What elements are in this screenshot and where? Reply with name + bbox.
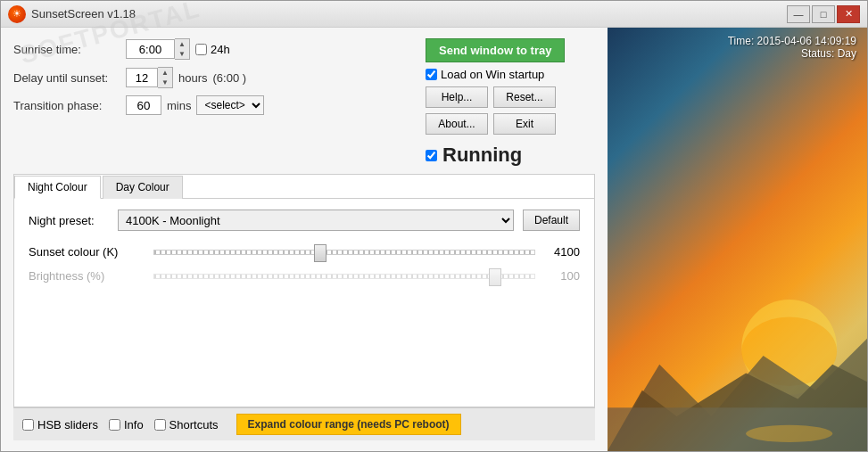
main-window: ☀ SunsetScreen v1.18 — □ ✕ SOFTPORTAL Su… (0, 0, 868, 452)
minimize-button[interactable]: — (787, 5, 810, 23)
transition-value[interactable]: 60 (126, 95, 161, 115)
sunrise-value[interactable]: 6:00 (126, 39, 175, 59)
exit-button[interactable]: Exit (493, 113, 556, 135)
hours-label: hours (178, 71, 208, 85)
sunrise-down[interactable]: ▼ (175, 49, 189, 59)
right-panel: Time: 2015-04-06 14:09:19 Status: Day (608, 28, 867, 451)
sunrise-row: Sunrise time: 6:00 ▲ ▼ 24h (13, 38, 411, 60)
delay-row: Delay until sunset: 12 ▲ ▼ hours (6:00 ) (13, 67, 411, 88)
24h-label: 24h (211, 43, 230, 56)
close-button[interactable]: ✕ (837, 5, 860, 23)
brightness-value: 100 (544, 269, 580, 283)
delay-parens: (6:00 ) (213, 71, 247, 85)
tabs-area: Night Colour Day Colour Night preset: 41… (13, 174, 595, 407)
time-display: Time: 2015-04-06 14:09:19 (728, 35, 856, 47)
running-checkbox[interactable] (426, 150, 437, 161)
load-startup-row: Load on Win startup (426, 68, 544, 81)
status-display: Status: Day (728, 47, 856, 60)
maximize-button[interactable]: □ (812, 5, 835, 23)
expand-colour-button[interactable]: Expand colour range (needs PC reboot) (236, 414, 461, 435)
preset-select[interactable]: 4100K - Moonlight 2700K - Incandescent 3… (118, 210, 514, 231)
preset-row: Night preset: 4100K - Moonlight 2700K - … (29, 210, 580, 231)
bottom-bar: HSB sliders Info Shortcuts Expand colour… (13, 407, 595, 440)
about-button[interactable]: About... (426, 113, 488, 135)
transition-row: Transition phase: 60 mins <select> (13, 95, 411, 115)
sunset-colour-label: Sunset colour (K) (29, 245, 145, 259)
delay-down[interactable]: ▼ (158, 78, 172, 87)
24h-checkbox-row: 24h (195, 43, 230, 56)
transition-label: Transition phase: (13, 99, 120, 112)
sunrise-arrows: ▲ ▼ (175, 38, 190, 60)
reset-button[interactable]: Reset... (493, 86, 556, 108)
sunset-colour-thumb[interactable] (314, 244, 327, 262)
running-label: Running (442, 144, 522, 167)
brightness-thumb[interactable] (489, 268, 501, 286)
sunset-colour-value: 4100 (544, 245, 580, 259)
svg-point-5 (746, 425, 832, 442)
main-content: SOFTPORTAL Sunrise time: 6:00 ▲ ▼ (1, 28, 867, 451)
shortcuts-checkbox[interactable] (154, 419, 166, 431)
info-row: Info (109, 418, 144, 431)
sunrise-input: 6:00 ▲ ▼ (126, 38, 190, 60)
default-button[interactable]: Default (523, 210, 580, 231)
shortcuts-label: Shortcuts (169, 418, 219, 431)
sunrise-up[interactable]: ▲ (175, 39, 189, 49)
delay-arrows: ▲ ▼ (158, 67, 173, 88)
help-reset-row: Help... Reset... (426, 86, 556, 108)
hsb-sliders-row: HSB sliders (22, 418, 98, 431)
load-startup-label: Load on Win startup (441, 68, 544, 81)
delay-value[interactable]: 12 (126, 68, 158, 87)
top-left-form: Sunrise time: 6:00 ▲ ▼ 24h (13, 38, 411, 167)
title-bar: ☀ SunsetScreen v1.18 — □ ✕ (1, 1, 867, 28)
transition-select[interactable]: <select> (196, 95, 264, 115)
mins-label: mins (167, 99, 191, 112)
tab-day-colour[interactable]: Day Colour (103, 176, 183, 199)
night-tab-content: Night preset: 4100K - Moonlight 2700K - … (14, 199, 594, 304)
svg-rect-4 (608, 408, 867, 452)
brightness-label: Brightness (%) (29, 269, 145, 283)
delay-label: Delay until sunset: (13, 71, 120, 85)
app-icon: ☀ (8, 5, 26, 23)
about-exit-row: About... Exit (426, 113, 556, 135)
shortcuts-row: Shortcuts (154, 418, 219, 431)
info-label: Info (124, 418, 144, 431)
24h-checkbox[interactable] (195, 44, 207, 55)
running-row: Running (426, 144, 522, 167)
tab-night-colour[interactable]: Night Colour (14, 176, 101, 199)
send-to-tray-button[interactable]: Send window to tray (426, 38, 565, 62)
sunset-colour-track[interactable] (153, 250, 535, 255)
sunset-colour-row: Sunset colour (K) 4100 (29, 245, 580, 259)
help-button[interactable]: Help... (426, 86, 488, 108)
preset-label: Night preset: (29, 214, 109, 227)
hsb-sliders-checkbox[interactable] (22, 419, 34, 431)
delay-up[interactable]: ▲ (158, 68, 172, 78)
title-bar-controls: — □ ✕ (787, 5, 860, 23)
left-panel: SOFTPORTAL Sunrise time: 6:00 ▲ ▼ (1, 28, 608, 451)
tabs-header: Night Colour Day Colour (14, 175, 594, 199)
load-startup-checkbox[interactable] (426, 69, 437, 80)
delay-input: 12 ▲ ▼ (126, 67, 173, 88)
hsb-sliders-label: HSB sliders (37, 418, 98, 431)
top-section: Sunrise time: 6:00 ▲ ▼ 24h (13, 38, 595, 167)
right-panel-info: Time: 2015-04-06 14:09:19 Status: Day (728, 35, 856, 60)
sunrise-label: Sunrise time: (13, 43, 120, 56)
sunset-decoration (608, 91, 867, 451)
window-title: SunsetScreen v1.18 (31, 7, 136, 21)
brightness-track[interactable] (153, 274, 535, 279)
top-right-controls: Send window to tray Load on Win startup … (426, 38, 595, 167)
brightness-row: Brightness (%) 100 (29, 269, 580, 283)
info-checkbox[interactable] (109, 419, 120, 431)
title-bar-left: ☀ SunsetScreen v1.18 (8, 5, 136, 23)
